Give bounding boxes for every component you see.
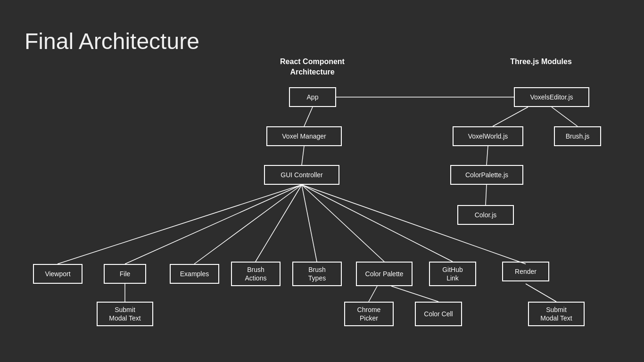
node-render: Render [502,262,549,281]
node-voxel-manager: Voxel Manager [266,126,342,146]
svg-line-6 [486,185,487,205]
svg-line-17 [391,286,438,302]
node-gui-controller: GUI Controller [264,165,339,185]
node-color-cell: Color Cell [415,302,462,326]
svg-line-9 [194,185,302,264]
svg-line-12 [302,185,384,262]
node-examples: Examples [170,264,219,284]
svg-line-7 [58,185,302,264]
node-voxel-world: VoxelWorld.js [453,126,523,146]
react-section-header: React Component Architecture [273,57,351,78]
svg-line-18 [526,284,556,302]
svg-line-0 [304,107,313,126]
node-voxels-editor: VoxelsEditor.js [514,87,589,107]
node-brush-types: Brush Types [292,262,342,286]
svg-line-10 [256,185,302,262]
svg-line-8 [125,185,302,264]
node-submit-modal-file: Submit Modal Text [97,302,153,326]
node-file: File [104,264,146,284]
node-brush-js: Brush.js [554,126,601,146]
svg-line-13 [302,185,453,262]
node-color-palette-js: ColorPalette.js [450,165,523,185]
node-color-js: Color.js [457,205,514,225]
node-github-link: GitHub Link [429,262,476,286]
node-app: App [289,87,336,107]
page-title: Final Architecture [25,28,199,54]
node-color-palette: Color Palette [356,262,413,286]
svg-line-16 [369,286,377,302]
svg-line-5 [487,146,488,165]
node-brush-actions: Brush Actions [231,262,281,286]
node-submit-modal-render: Submit Modal Text [528,302,585,326]
threejs-section-header: Three.js Modules [500,57,582,67]
svg-line-3 [493,107,528,126]
node-viewport: Viewport [33,264,83,284]
svg-line-4 [552,107,578,126]
node-chrome-picker: Chrome Picker [344,302,394,326]
diagram-container: Final Architecture React Component Archi… [0,0,644,362]
svg-line-1 [302,146,304,165]
